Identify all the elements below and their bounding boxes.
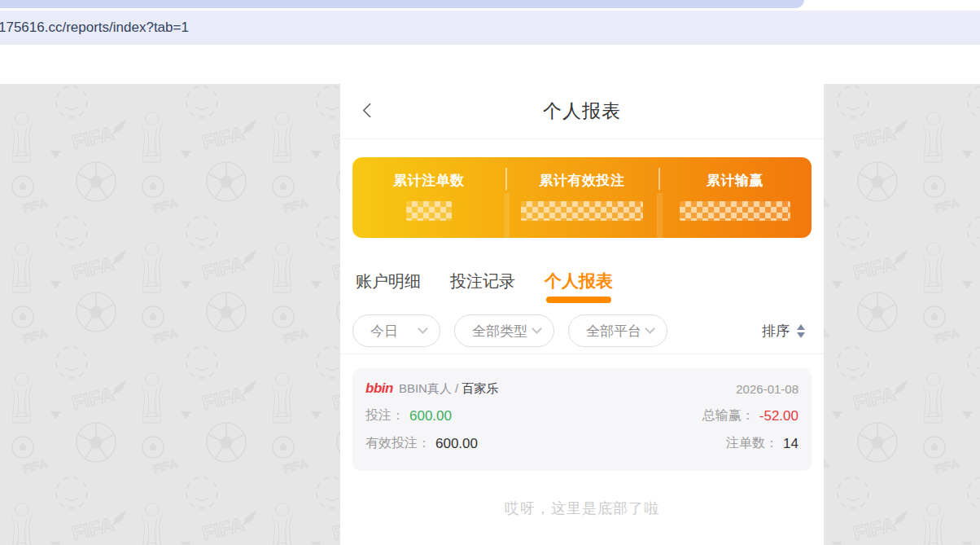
chevron-down-icon: [418, 323, 428, 334]
dropdown-label: 全部平台: [586, 322, 641, 341]
order-count-value: 14: [783, 436, 798, 452]
dropdown-label: 全部类型: [472, 322, 527, 341]
active-tab-underline: [546, 297, 611, 303]
browser-address-bar[interactable]: 175616.cc/reports/index?tab=1: [0, 11, 980, 45]
stat-label: 累计输赢: [658, 171, 812, 190]
sort-arrows-icon: [797, 324, 805, 338]
list-end-message: 哎呀，这里是底部了啦: [340, 499, 824, 518]
provider-name: BBIN真人 /: [399, 381, 458, 397]
bet-label: 投注：: [365, 407, 405, 424]
browser-tab[interactable]: [0, 0, 804, 8]
summary-stats-card: 累计注单数 累计有效投注 累计输赢: [352, 157, 812, 238]
tab-account-detail[interactable]: 账户明细: [356, 269, 421, 293]
bbin-logo: bbin: [365, 380, 393, 397]
stat-win-loss: 累计输赢: [658, 157, 812, 238]
report-row-valid: 有效投注： 600.00 注单数： 14: [365, 435, 798, 452]
order-count-label: 注单数：: [726, 435, 778, 452]
game-name: 百家乐: [462, 381, 498, 397]
date-filter-dropdown[interactable]: 今日: [352, 314, 440, 347]
sort-control[interactable]: 排序: [762, 322, 813, 341]
report-list-item[interactable]: bbin BBIN真人 / 百家乐 2026-01-08 投注： 600.00 …: [352, 368, 812, 471]
report-row-header: bbin BBIN真人 / 百家乐 2026-01-08: [365, 380, 798, 397]
stat-label: 累计有效投注: [505, 171, 658, 190]
chevron-down-icon: [532, 323, 542, 334]
dropdown-label: 今日: [370, 322, 398, 341]
filter-bar: 今日 全部类型 全部平台 排序: [352, 314, 813, 347]
report-tabs: 账户明细 投注记录 个人报表: [356, 269, 613, 293]
page-title: 个人报表: [543, 99, 621, 124]
platform-filter-dropdown[interactable]: 全部平台: [568, 314, 667, 347]
page-header: 个人报表: [340, 84, 824, 139]
redacted-value: [521, 201, 643, 221]
report-row-bet: 投注： 600.00 总输赢： -52.00: [365, 407, 798, 424]
total-winloss-value: -52.00: [759, 408, 798, 424]
type-filter-dropdown[interactable]: 全部类型: [454, 314, 554, 347]
back-chevron-icon[interactable]: [362, 103, 377, 117]
redacted-value: [680, 201, 790, 221]
report-date: 2026-01-08: [736, 382, 798, 396]
tab-personal-report[interactable]: 个人报表: [545, 269, 613, 293]
valid-bet-value: 600.00: [435, 436, 478, 452]
tab-bet-records[interactable]: 投注记录: [450, 269, 515, 293]
stat-valid-bets: 累计有效投注: [505, 157, 658, 238]
report-panel: 个人报表 累计注单数 累计有效投注 累计输赢 账户明细 投注记录 个人报表 今日…: [340, 84, 824, 545]
stat-total-orders: 累计注单数: [352, 157, 505, 238]
chevron-down-icon: [645, 323, 655, 334]
tab-label: 个人报表: [545, 271, 613, 290]
divider: [340, 354, 824, 354]
url-text[interactable]: 175616.cc/reports/index?tab=1: [0, 20, 189, 36]
sort-label: 排序: [762, 322, 790, 341]
redacted-value: [406, 201, 452, 221]
valid-bet-label: 有效投注：: [365, 435, 431, 452]
bet-value: 600.00: [409, 408, 452, 424]
total-winloss-label: 总输赢：: [702, 407, 755, 424]
stat-label: 累计注单数: [352, 171, 505, 190]
